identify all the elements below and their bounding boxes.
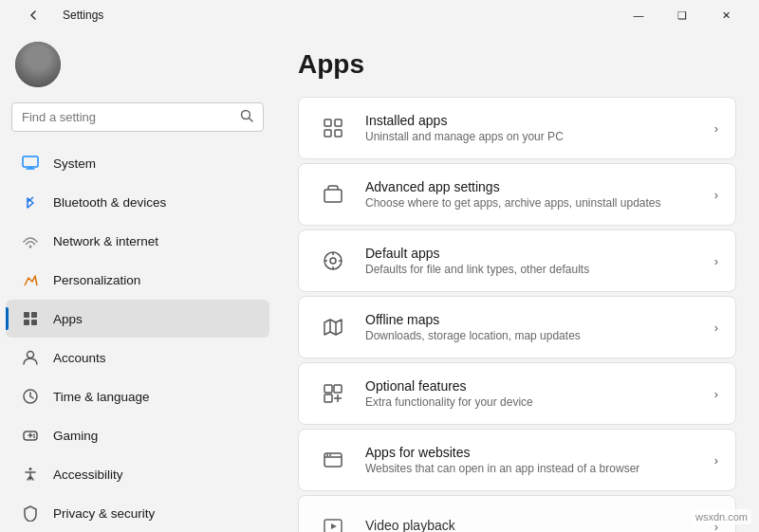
svg-rect-19 xyxy=(335,119,342,126)
settings-item-default-apps[interactable]: Default apps Defaults for file and link … xyxy=(298,229,736,292)
main-content: Apps Installed apps Uninstall and manage… xyxy=(275,30,759,532)
personalization-icon xyxy=(21,270,40,289)
back-button[interactable] xyxy=(11,0,55,30)
system-icon xyxy=(21,154,40,173)
sidebar-item-network[interactable]: Network & internet xyxy=(6,222,269,260)
default-apps-icon xyxy=(316,244,350,278)
sidebar: System Bluetooth & devices xyxy=(0,30,275,532)
settings-item-video-playback[interactable]: Video playback › xyxy=(298,495,736,532)
svg-rect-33 xyxy=(324,394,332,402)
close-button[interactable]: ✕ xyxy=(704,0,748,30)
svg-rect-7 xyxy=(31,312,37,318)
offline-maps-arrow: › xyxy=(714,321,718,335)
sidebar-item-label-privacy: Privacy & security xyxy=(53,506,155,521)
video-playback-title: Video playback xyxy=(365,518,699,532)
default-apps-arrow: › xyxy=(714,254,718,268)
settings-item-offline-maps[interactable]: Offline maps Downloads, storage location… xyxy=(298,296,736,358)
advanced-apps-arrow: › xyxy=(714,188,718,202)
sidebar-item-label-network: Network & internet xyxy=(53,234,158,248)
optional-features-text: Optional features Extra functionality fo… xyxy=(365,378,699,409)
svg-line-1 xyxy=(250,119,253,122)
optional-features-title: Optional features xyxy=(365,378,699,394)
settings-item-advanced-apps[interactable]: Advanced app settings Choose where to ge… xyxy=(298,163,736,226)
installed-apps-desc: Uninstall and manage apps on your PC xyxy=(365,130,699,143)
optional-features-arrow: › xyxy=(714,387,718,401)
svg-rect-8 xyxy=(24,320,29,325)
accessibility-icon xyxy=(21,465,40,484)
offline-maps-title: Offline maps xyxy=(365,312,699,327)
optional-features-desc: Extra functionality for your device xyxy=(365,395,699,409)
network-icon xyxy=(21,231,40,250)
apps-websites-title: Apps for websites xyxy=(365,445,699,460)
sidebar-item-accessibility[interactable]: Accessibility xyxy=(6,455,269,493)
title-bar-left: Settings xyxy=(11,0,103,30)
window-controls: — ❑ ✕ xyxy=(617,0,748,30)
title-bar: Settings — ❑ ✕ xyxy=(0,0,759,30)
settings-item-apps-websites[interactable]: Apps for websites Websites that can open… xyxy=(298,429,736,491)
default-apps-title: Default apps xyxy=(365,246,699,261)
svg-point-24 xyxy=(330,258,336,264)
apps-websites-icon xyxy=(316,443,350,477)
advanced-apps-title: Advanced app settings xyxy=(365,179,699,194)
maximize-button[interactable]: ❑ xyxy=(660,0,704,30)
sidebar-item-label-time: Time & language xyxy=(53,390,150,404)
sidebar-item-label-personalization: Personalization xyxy=(53,273,140,287)
sidebar-item-time[interactable]: Time & language xyxy=(6,377,269,415)
svg-point-16 xyxy=(33,436,35,438)
sidebar-item-personalization[interactable]: Personalization xyxy=(6,261,269,299)
offline-maps-desc: Downloads, storage location, map updates xyxy=(365,329,699,342)
sidebar-item-label-apps: Apps xyxy=(53,312,83,326)
sidebar-item-label-bluetooth: Bluetooth & devices xyxy=(53,195,166,210)
svg-rect-2 xyxy=(23,156,38,167)
installed-apps-arrow: › xyxy=(714,121,718,136)
settings-item-optional-features[interactable]: Optional features Extra functionality fo… xyxy=(298,362,736,425)
optional-features-icon xyxy=(316,376,350,411)
advanced-apps-text: Advanced app settings Choose where to ge… xyxy=(365,179,699,210)
default-apps-desc: Defaults for file and link types, other … xyxy=(365,263,699,276)
svg-rect-18 xyxy=(324,119,331,126)
svg-rect-20 xyxy=(324,130,331,137)
svg-rect-31 xyxy=(324,385,332,393)
svg-rect-6 xyxy=(24,312,29,318)
sidebar-item-bluetooth[interactable]: Bluetooth & devices xyxy=(6,183,269,221)
sidebar-item-label-system: System xyxy=(53,156,96,171)
sidebar-item-apps[interactable]: Apps xyxy=(6,300,269,338)
video-playback-icon xyxy=(316,509,350,532)
apps-websites-desc: Websites that can open in an app instead… xyxy=(365,462,699,475)
apps-websites-arrow: › xyxy=(714,453,718,468)
sidebar-item-privacy[interactable]: Privacy & security xyxy=(6,494,269,532)
bluetooth-icon xyxy=(21,193,40,211)
apps-websites-text: Apps for websites Websites that can open… xyxy=(365,445,699,475)
installed-apps-text: Installed apps Uninstall and manage apps… xyxy=(365,113,699,143)
installed-apps-title: Installed apps xyxy=(365,113,699,128)
offline-maps-text: Offline maps Downloads, storage location… xyxy=(365,312,699,342)
minimize-button[interactable]: — xyxy=(617,0,660,30)
watermark: wsxdn.com xyxy=(692,509,751,524)
page-title: Apps xyxy=(298,49,736,80)
avatar[interactable] xyxy=(15,42,61,87)
sidebar-item-label-accounts: Accounts xyxy=(53,351,106,365)
settings-list: Installed apps Uninstall and manage apps… xyxy=(298,97,736,532)
svg-point-39 xyxy=(329,454,331,456)
sidebar-item-gaming[interactable]: Gaming xyxy=(6,416,269,454)
time-icon xyxy=(21,387,40,406)
settings-item-installed-apps[interactable]: Installed apps Uninstall and manage apps… xyxy=(298,97,736,159)
app-body: System Bluetooth & devices xyxy=(0,30,759,532)
search-icon xyxy=(240,109,253,125)
default-apps-text: Default apps Defaults for file and link … xyxy=(365,246,699,276)
gaming-icon xyxy=(21,426,40,445)
search-box[interactable] xyxy=(11,102,264,132)
sidebar-item-accounts[interactable]: Accounts xyxy=(6,339,269,376)
apps-icon xyxy=(21,309,40,328)
svg-point-17 xyxy=(29,468,32,470)
offline-maps-icon xyxy=(316,310,350,344)
sidebar-item-system[interactable]: System xyxy=(6,144,269,182)
svg-rect-9 xyxy=(31,320,37,325)
svg-rect-21 xyxy=(335,130,342,137)
sidebar-top xyxy=(0,30,275,95)
svg-point-5 xyxy=(29,246,32,248)
installed-apps-icon xyxy=(316,111,350,145)
search-input[interactable] xyxy=(22,110,240,124)
svg-point-38 xyxy=(326,454,328,456)
nav-list: System Bluetooth & devices xyxy=(0,139,275,532)
